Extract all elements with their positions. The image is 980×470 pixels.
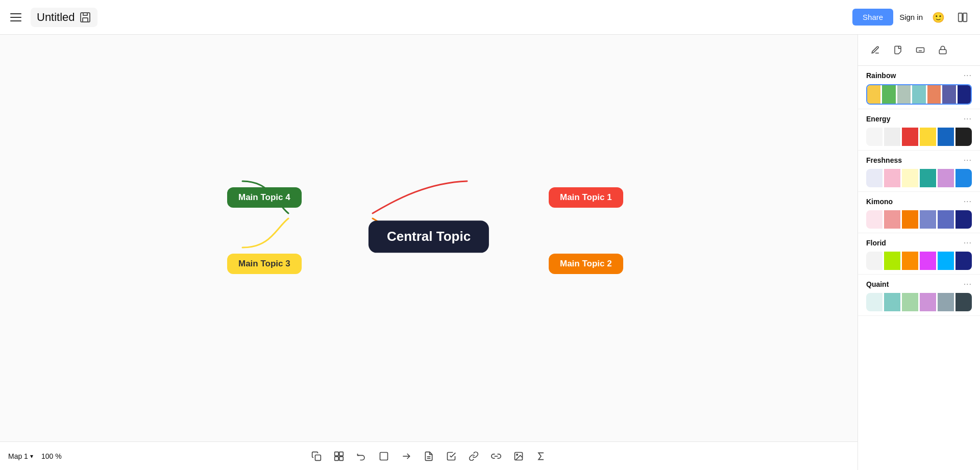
paste-style-button[interactable] — [329, 446, 349, 466]
palette-header: Rainbow··· — [866, 71, 972, 80]
color-swatch[interactable] — [902, 128, 918, 146]
color-swatch[interactable] — [938, 293, 954, 311]
share-button[interactable]: Share — [852, 9, 893, 26]
color-swatch[interactable] — [902, 169, 918, 187]
color-swatch[interactable] — [955, 169, 972, 187]
zoom-level: 100 % — [41, 452, 62, 460]
color-swatch[interactable] — [884, 128, 900, 146]
note-button[interactable] — [419, 446, 439, 466]
color-swatch[interactable] — [902, 252, 918, 270]
palette-more-button-freshness[interactable]: ··· — [964, 156, 972, 165]
color-swatch[interactable] — [938, 128, 954, 146]
link-button[interactable] — [463, 446, 484, 466]
color-swatch[interactable] — [958, 85, 971, 104]
canvas-toolbar — [306, 446, 551, 466]
palette-more-button-rainbow[interactable]: ··· — [964, 71, 972, 80]
task-button[interactable] — [441, 446, 461, 466]
color-swatch[interactable] — [867, 85, 880, 104]
color-swatch[interactable] — [920, 128, 936, 146]
keyboard-shortcut-button[interactable] — [911, 41, 929, 59]
main-topic-4-label: Main Topic 4 — [238, 192, 290, 202]
palette-more-button-energy[interactable]: ··· — [964, 114, 972, 123]
main-topic-3-label: Main Topic 3 — [238, 259, 290, 268]
subtopic-button[interactable] — [396, 446, 416, 466]
color-swatch[interactable] — [955, 293, 972, 311]
document-title[interactable]: Untitled — [37, 11, 75, 24]
palette-title: Freshness — [866, 156, 902, 164]
palette-title: Florid — [866, 239, 886, 247]
palette-header: Freshness··· — [866, 156, 972, 165]
palette-header: Kimono··· — [866, 197, 972, 206]
header-left: Untitled — [8, 8, 97, 27]
color-palette-kimono — [866, 210, 972, 229]
color-swatch[interactable] — [938, 252, 954, 270]
color-swatch[interactable] — [884, 293, 900, 311]
color-swatch[interactable] — [927, 85, 941, 104]
canvas[interactable]: Central Topic Main Topic 1 Main Topic 2 … — [0, 35, 857, 470]
color-swatch[interactable] — [884, 210, 900, 229]
formula-button[interactable] — [531, 446, 551, 466]
color-palette-freshness — [866, 169, 972, 187]
color-swatch[interactable] — [866, 252, 883, 270]
palettes-container: Rainbow···Energy···Freshness···Kimono···… — [858, 66, 980, 316]
color-swatch[interactable] — [912, 85, 925, 104]
color-swatch[interactable] — [866, 293, 883, 311]
copy-tool-button[interactable] — [306, 446, 327, 466]
svg-rect-9 — [380, 452, 388, 460]
color-swatch[interactable] — [897, 85, 911, 104]
main-topic-2-label: Main Topic 2 — [560, 259, 612, 268]
main-area: Central Topic Main Topic 1 Main Topic 2 … — [0, 35, 980, 470]
image-button[interactable] — [508, 446, 529, 466]
main-topic-1-node[interactable]: Main Topic 1 — [549, 187, 623, 208]
palette-section-quaint: Quaint··· — [858, 275, 980, 316]
lock-button[interactable] — [934, 41, 952, 59]
color-swatch[interactable] — [955, 252, 972, 270]
color-swatch[interactable] — [866, 169, 883, 187]
main-topic-2-node[interactable]: Main Topic 2 — [549, 254, 623, 274]
layout-toggle-button[interactable] — [953, 8, 972, 27]
palette-more-button-florid[interactable]: ··· — [964, 238, 972, 248]
color-swatch[interactable] — [920, 169, 936, 187]
svg-rect-2 — [959, 13, 962, 21]
sticky-note-tool-button[interactable] — [889, 41, 907, 59]
color-swatch[interactable] — [942, 85, 955, 104]
main-topic-3-node[interactable]: Main Topic 3 — [227, 254, 302, 274]
color-swatch[interactable] — [955, 210, 972, 229]
signin-button[interactable]: Sign in — [899, 13, 923, 21]
color-swatch[interactable] — [938, 210, 954, 229]
color-swatch[interactable] — [866, 210, 883, 229]
palette-section-freshness: Freshness··· — [858, 151, 980, 192]
undo-button[interactable] — [351, 446, 372, 466]
palette-more-button-quaint[interactable]: ··· — [964, 280, 972, 289]
color-swatch[interactable] — [955, 128, 972, 146]
color-swatch[interactable] — [902, 293, 918, 311]
hamburger-menu-icon[interactable] — [8, 9, 24, 26]
color-swatch[interactable] — [920, 252, 936, 270]
main-topic-4-node[interactable]: Main Topic 4 — [227, 187, 302, 208]
chain-link-button[interactable] — [486, 446, 506, 466]
palette-title: Kimono — [866, 197, 893, 206]
save-icon[interactable] — [79, 11, 91, 23]
svg-rect-4 — [315, 455, 321, 460]
color-swatch[interactable] — [920, 293, 936, 311]
svg-point-15 — [517, 454, 518, 455]
central-topic-node[interactable]: Central Topic — [369, 220, 489, 253]
map-selector[interactable]: Map 1 ▾ — [8, 452, 33, 460]
color-swatch[interactable] — [938, 169, 954, 187]
color-swatch[interactable] — [902, 210, 918, 229]
map-dropdown-icon[interactable]: ▾ — [30, 453, 33, 460]
svg-rect-3 — [963, 13, 967, 21]
frame-button[interactable] — [374, 446, 394, 466]
emoji-button[interactable]: 🙂 — [929, 8, 947, 27]
color-swatch[interactable] — [920, 210, 936, 229]
color-swatch[interactable] — [866, 128, 883, 146]
color-swatch[interactable] — [884, 252, 900, 270]
color-swatch[interactable] — [882, 85, 895, 104]
palette-more-button-kimono[interactable]: ··· — [964, 197, 972, 206]
color-swatch[interactable] — [884, 169, 900, 187]
svg-rect-1 — [83, 18, 88, 22]
palette-title: Energy — [866, 115, 890, 123]
panel-toolbar — [858, 35, 980, 66]
svg-rect-6 — [339, 452, 344, 456]
pen-tool-button[interactable] — [866, 41, 885, 59]
